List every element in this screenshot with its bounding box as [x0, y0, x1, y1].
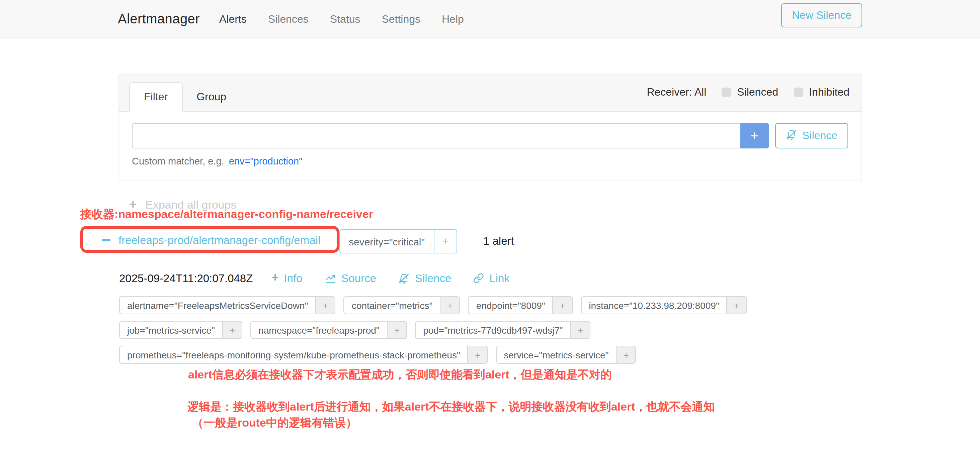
app-brand[interactable]: Alertmanager — [118, 11, 200, 26]
alert-label-row: prometheus="freeleaps-monitoring-system/… — [119, 346, 747, 364]
bell-slash-icon — [398, 273, 410, 284]
annotation-logic-note: 逻辑是：接收器收到alert后进行通知，如果alert不在接收器下，说明接收器没… — [188, 399, 714, 415]
alert-timestamp: 2025-09-24T11:20:07.048Z — [119, 272, 253, 285]
add-label-filter-button[interactable]: + — [468, 346, 487, 363]
bell-slash-icon — [786, 129, 797, 143]
filter-card-body: + Silence Custom matcher, e.g.env="produ… — [118, 112, 862, 166]
annotation-alert-note: alert信息必须在接收器下才表示配置成功，否则即使能看到alert，但是通知是… — [188, 367, 612, 382]
alert-label-text[interactable]: endpoint="8009" — [469, 297, 553, 314]
silenced-checkbox-wrap[interactable]: Silenced — [722, 86, 778, 98]
alert-labels: alertname="FreeleapsMetricsServiceDown"+… — [119, 296, 747, 371]
alert-info-button[interactable]: + Info — [272, 271, 302, 285]
new-silence-button[interactable]: New Silence — [781, 3, 862, 27]
alert-label-chip[interactable]: service="metrics-service"+ — [496, 346, 636, 364]
add-label-filter-button[interactable]: + — [616, 346, 635, 363]
alert-label-text[interactable]: service="metrics-service" — [496, 346, 616, 363]
tab-group[interactable]: Group — [182, 83, 240, 111]
alert-silence-label: Silence — [415, 272, 451, 285]
add-label-filter-button[interactable]: + — [727, 297, 746, 314]
receiver-filter-dropdown[interactable]: Receiver: All — [647, 86, 706, 98]
matcher-example-link[interactable]: env="production" — [229, 156, 302, 166]
alert-label-text[interactable]: prometheus="freeleaps-monitoring-system/… — [120, 346, 468, 363]
alert-label-chip[interactable]: namespace="freeleaps-prod"+ — [250, 321, 407, 339]
group-matcher-label[interactable]: severity="critical" — [340, 230, 433, 253]
alert-label-text[interactable]: container="metrics" — [344, 297, 440, 314]
inhibited-checkbox-label: Inhibited — [809, 86, 850, 98]
receiver-group-toggle[interactable]: freeleaps-prod/alertmanager-config/email — [102, 231, 321, 249]
alert-link-label: Link — [489, 272, 510, 285]
filter-card-header: Filter Group Receiver: All Silenced Inhi… — [118, 74, 862, 112]
nav-item-settings[interactable]: Settings — [382, 13, 420, 25]
annotation-receiver-note: 接收器:namespace/altermanager-config-name/r… — [80, 207, 373, 222]
main-nav: Alerts Silences Status Settings Help — [219, 13, 464, 25]
silenced-checkbox-label: Silenced — [737, 86, 778, 98]
matcher-hint: Custom matcher, e.g.env="production" — [132, 156, 848, 166]
alert-source-label: Source — [341, 272, 376, 285]
alert-label-chip[interactable]: job="metrics-service"+ — [119, 321, 242, 339]
filter-card: Filter Group Receiver: All Silenced Inhi… — [118, 74, 862, 181]
nav-item-help[interactable]: Help — [442, 13, 464, 25]
alert-header-row: 2025-09-24T11:20:07.048Z + Info Source — [119, 271, 532, 285]
alert-label-chip[interactable]: instance="10.233.98.209:8009"+ — [581, 296, 747, 314]
matcher-hint-text: Custom matcher, e.g. — [132, 156, 224, 166]
alert-label-text[interactable]: namespace="freeleaps-prod" — [251, 322, 387, 338]
add-label-filter-button[interactable]: + — [222, 322, 242, 338]
silence-filter-button-label: Silence — [802, 130, 837, 142]
alert-info-label: Info — [284, 272, 302, 285]
group-matcher-chip: severity="critical" + — [339, 229, 457, 254]
nav-item-silences[interactable]: Silences — [268, 13, 309, 25]
add-matcher-button[interactable]: + — [740, 123, 769, 149]
alert-label-chip[interactable]: pod="metrics-77d9cdb497-wdsj7"+ — [415, 321, 590, 339]
alert-label-text[interactable]: pod="metrics-77d9cdb497-wdsj7" — [416, 322, 570, 338]
alert-label-row: job="metrics-service"+namespace="freelea… — [119, 321, 747, 339]
filter-options: Receiver: All Silenced Inhibited — [647, 86, 850, 98]
annotation-logic-note2: （一般是route中的逻辑有错误） — [192, 415, 357, 431]
navbar: Alertmanager Alerts Silences Status Sett… — [0, 0, 980, 38]
inhibited-checkbox[interactable] — [794, 87, 803, 97]
add-label-filter-button[interactable]: + — [315, 297, 335, 314]
link-icon — [473, 273, 484, 284]
plus-icon: + — [272, 271, 278, 285]
alert-label-text[interactable]: job="metrics-service" — [120, 322, 222, 338]
nav-item-status[interactable]: Status — [330, 13, 361, 25]
alert-count: 1 alert — [483, 235, 514, 247]
alert-label-text[interactable]: alertname="FreeleapsMetricsServiceDown" — [120, 297, 315, 314]
minus-icon — [102, 239, 110, 241]
alert-label-text[interactable]: instance="10.233.98.209:8009" — [581, 297, 727, 314]
matcher-input-group: + Silence — [132, 123, 848, 149]
add-group-matcher-button[interactable]: + — [433, 230, 456, 253]
alert-label-chip[interactable]: container="metrics"+ — [344, 296, 460, 314]
alert-source-link[interactable]: Source — [325, 272, 376, 285]
receiver-group-name: freeleaps-prod/alertmanager-config/email — [118, 234, 321, 246]
alert-label-chip[interactable]: alertname="FreeleapsMetricsServiceDown"+ — [119, 296, 336, 314]
alertmanager-page: Alertmanager Alerts Silences Status Sett… — [0, 0, 980, 450]
silence-filter-button[interactable]: Silence — [775, 123, 848, 149]
nav-item-alerts[interactable]: Alerts — [219, 13, 247, 25]
alert-label-chip[interactable]: prometheus="freeleaps-monitoring-system/… — [119, 346, 488, 364]
add-label-filter-button[interactable]: + — [553, 297, 572, 314]
add-label-filter-button[interactable]: + — [387, 322, 406, 338]
add-label-filter-button[interactable]: + — [440, 297, 459, 314]
alert-generator-link[interactable]: Link — [473, 272, 510, 285]
silenced-checkbox[interactable] — [722, 87, 731, 97]
alert-label-chip[interactable]: endpoint="8009"+ — [468, 296, 573, 314]
tab-filter[interactable]: Filter — [129, 82, 182, 112]
alert-silence-button[interactable]: Silence — [398, 272, 451, 285]
inhibited-checkbox-wrap[interactable]: Inhibited — [794, 86, 850, 98]
alert-label-row: alertname="FreeleapsMetricsServiceDown"+… — [119, 296, 747, 314]
chart-line-icon — [325, 273, 336, 284]
add-label-filter-button[interactable]: + — [570, 322, 590, 338]
matcher-input[interactable] — [132, 123, 740, 149]
